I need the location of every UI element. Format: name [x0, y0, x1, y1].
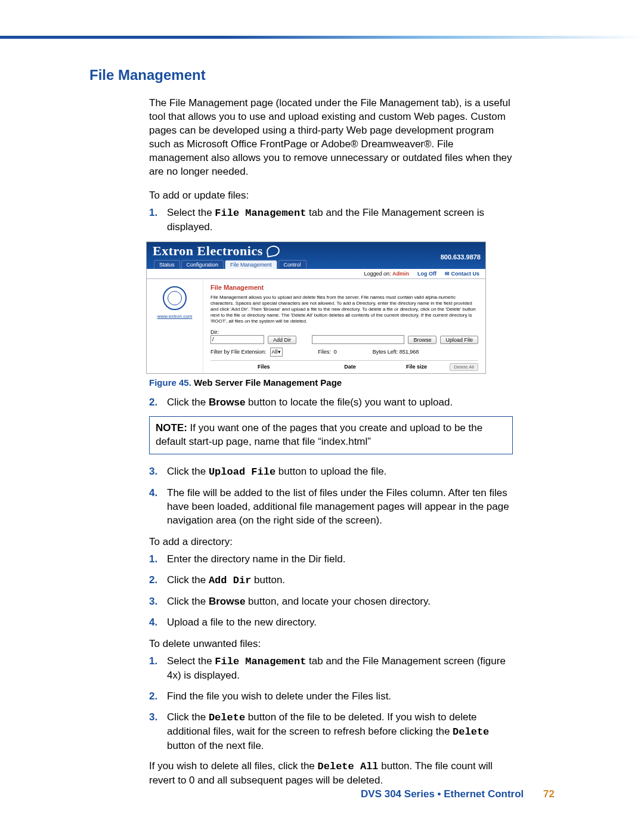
step-text-mono: File Management: [215, 208, 306, 219]
dir-label: Dir:: [210, 329, 264, 335]
files-count: 0: [334, 349, 337, 355]
note-box: NOTE: If you want one of the pages that …: [149, 416, 513, 454]
phone-number: 800.633.9878: [441, 253, 481, 261]
step-number: 3.: [149, 711, 157, 724]
step-text: button, and locate your chosen directory…: [245, 596, 431, 607]
step-mono: Upload File: [209, 466, 275, 478]
step-text: button of the next file.: [167, 740, 264, 751]
page-footer: DVS 304 Series • Ethernet Control 72: [361, 788, 555, 800]
delete-all-button[interactable]: Delete All: [450, 363, 478, 371]
upload-path-input[interactable]: [312, 335, 404, 344]
step-text: Click the: [167, 397, 209, 408]
fm-title: File Management: [210, 284, 478, 291]
filter-label: Filter by File Extension:: [210, 349, 267, 355]
step-text: button.: [251, 574, 285, 586]
step-mono: File Management: [215, 656, 306, 667]
step-text: Click the: [167, 711, 209, 723]
dir-step-3: 3. Click the Browse button, and locate y…: [149, 595, 513, 609]
step-text: The file will be added to the list of fi…: [167, 487, 509, 526]
step-number: 2.: [149, 690, 157, 704]
step-text: Click the: [167, 574, 209, 586]
final-mono: Delete All: [318, 761, 379, 772]
step-number: 4.: [149, 487, 157, 500]
subhead-delete: To delete unwanted files:: [149, 638, 513, 650]
brand-swirl-icon: [265, 244, 280, 258]
tab-configuration[interactable]: Configuration: [181, 260, 224, 269]
footer-text: DVS 304 Series • Ethernet Control: [361, 788, 524, 800]
figure-label: Figure 45.: [149, 377, 191, 388]
sidebar-url[interactable]: www.extron.com: [149, 314, 200, 319]
subhead-add-update: To add or update files:: [149, 190, 513, 202]
step-mono: Add Dir: [209, 575, 251, 586]
step-bold: Browse: [209, 397, 245, 408]
note-text: If you want one of the pages that you cr…: [156, 422, 482, 447]
del-step-2: 2. Find the file you wish to delete unde…: [149, 690, 513, 704]
add-dir-button[interactable]: Add Dir: [268, 336, 296, 344]
step-text: Upload a file to the new directory.: [167, 617, 317, 628]
step-4: 4. The file will be added to the list of…: [149, 487, 513, 528]
col-filesize: File size: [383, 364, 450, 370]
step-mono: Delete: [453, 726, 489, 738]
screenshot-topbar: Extron Electronics 800.633.9878 Status C…: [147, 242, 485, 269]
top-stripe: [0, 36, 644, 39]
embedded-screenshot: Extron Electronics 800.633.9878 Status C…: [146, 241, 486, 374]
col-files: Files: [210, 364, 317, 370]
contact-label: Contact Us: [451, 271, 479, 277]
bytes-label: Bytes Left:: [373, 349, 398, 355]
step-text: button to locate the file(s) you want to…: [245, 397, 453, 408]
step-text: button to upload the file.: [275, 466, 386, 477]
dir-input[interactable]: /: [210, 335, 264, 344]
step-number: 1.: [149, 655, 157, 668]
brand-text: Extron Electronics: [153, 243, 263, 259]
figure-caption: Figure 45. Web Server File Management Pa…: [149, 377, 513, 388]
col-date: Date: [317, 364, 383, 370]
step-text: Find the file you wish to delete under t…: [167, 690, 391, 702]
tab-status[interactable]: Status: [154, 260, 180, 269]
del-step-1: 1. Select the File Management tab and th…: [149, 655, 513, 683]
step-number: 3.: [149, 465, 157, 479]
brand: Extron Electronics: [153, 243, 482, 259]
tab-file-management[interactable]: File Management: [225, 260, 277, 269]
step-text: Enter the directory name in the Dir fiel…: [167, 553, 346, 565]
filter-select[interactable]: All ▾: [270, 348, 283, 357]
step-number: 3.: [149, 595, 157, 609]
dir-step-2: 2. Click the Add Dir button.: [149, 574, 513, 588]
step-number: 2.: [149, 574, 157, 587]
page-title: File Management: [89, 67, 555, 83]
figure-title: Web Server File Management Page: [194, 377, 342, 388]
step-3: 3. Click the Upload File button to uploa…: [149, 465, 513, 479]
fm-description: File Management allows you to upload and…: [210, 295, 478, 324]
step-1: 1. Select the File Management tab and th…: [149, 206, 513, 234]
step-number: 2.: [149, 396, 157, 410]
note-label: NOTE:: [156, 422, 187, 433]
step-text: Click the: [167, 596, 209, 607]
bytes-value: 851,968: [400, 349, 419, 355]
step-text-part: Select the: [167, 207, 215, 218]
filter-value: All: [272, 349, 278, 355]
dir-step-4: 4. Upload a file to the new directory.: [149, 616, 513, 630]
del-step-3: 3. Click the Delete button of the file t…: [149, 711, 513, 753]
final-text: If you wish to delete all files, click t…: [149, 760, 318, 772]
step-number: 1.: [149, 553, 157, 566]
step-2: 2. Click the Browse button to locate the…: [149, 396, 513, 410]
contact-link[interactable]: ✉ Contact Us: [445, 271, 479, 277]
logged-on-label: Logged on:: [364, 271, 391, 277]
logoff-link[interactable]: Log Off: [417, 271, 436, 277]
tab-control[interactable]: Control: [278, 260, 306, 269]
files-label: Files:: [318, 349, 331, 355]
page-number: 72: [543, 788, 555, 800]
status-row: Logged on: Admin Log Off ✉ Contact Us: [147, 269, 485, 279]
browse-button[interactable]: Browse: [408, 336, 436, 344]
logged-user: Admin: [392, 271, 409, 277]
subhead-add-dir: To add a directory:: [149, 536, 513, 548]
intro-paragraph: The File Management page (located under …: [149, 97, 513, 179]
screenshot-sidebar: www.extron.com: [147, 279, 203, 373]
upload-file-button[interactable]: Upload File: [440, 336, 478, 344]
extron-logo-icon: [163, 286, 187, 310]
step-text: Select the: [167, 655, 215, 667]
step-bold: Browse: [209, 596, 245, 607]
step-number: 1.: [149, 206, 157, 220]
step-number: 4.: [149, 616, 157, 630]
step-mono: Delete: [209, 712, 245, 723]
step-text: Click the: [167, 466, 209, 477]
